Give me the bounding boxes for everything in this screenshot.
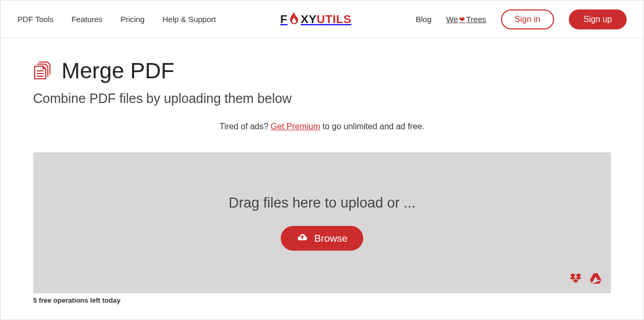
nav-pricing[interactable]: Pricing bbox=[120, 15, 145, 24]
operations-left-note: 5 free operations left today bbox=[33, 296, 611, 304]
signup-button[interactable]: Sign up bbox=[569, 9, 627, 29]
cloud-upload-icon bbox=[297, 232, 308, 244]
flame-icon bbox=[288, 12, 300, 26]
google-drive-icon[interactable] bbox=[590, 273, 601, 286]
page-title: Merge PDF bbox=[62, 58, 175, 84]
browse-label: Browse bbox=[314, 233, 347, 244]
logo-f: F bbox=[280, 13, 288, 26]
nav-pdf-tools[interactable]: PDF Tools bbox=[17, 15, 54, 24]
dropzone[interactable]: Drag files here to upload or ... Browse bbox=[33, 152, 611, 293]
merge-docs-icon bbox=[33, 60, 51, 81]
dropbox-icon[interactable] bbox=[570, 273, 581, 286]
nav-help-support[interactable]: Help & Support bbox=[162, 15, 216, 24]
get-premium-link[interactable]: Get Premium bbox=[271, 122, 320, 131]
signin-button[interactable]: Sign in bbox=[501, 9, 554, 29]
logo-wrap: F XY UTILS bbox=[216, 12, 416, 26]
nav-features[interactable]: Features bbox=[71, 15, 103, 24]
heart-icon: ❤ bbox=[459, 15, 465, 24]
cloud-source-icons bbox=[570, 273, 601, 286]
logo[interactable]: F XY UTILS bbox=[280, 12, 351, 26]
browse-button[interactable]: Browse bbox=[281, 226, 363, 251]
premium-suffix: to go unlimited and ad free. bbox=[320, 122, 424, 131]
nav-right: Blog We ❤ Trees Sign in Sign up bbox=[416, 9, 627, 29]
premium-prefix: Tired of ads? bbox=[220, 122, 271, 131]
nav-we-love-trees[interactable]: We ❤ Trees bbox=[446, 15, 486, 24]
dropzone-text: Drag files here to upload or ... bbox=[229, 195, 416, 211]
nav-blog[interactable]: Blog bbox=[416, 15, 432, 24]
logo-xy: XY bbox=[301, 13, 316, 26]
premium-line: Tired of ads? Get Premium to go unlimite… bbox=[33, 122, 611, 131]
title-row: Merge PDF bbox=[33, 58, 611, 84]
nav-left: PDF Tools Features Pricing Help & Suppor… bbox=[17, 15, 216, 24]
we-text: We bbox=[446, 15, 458, 24]
trees-text: Trees bbox=[466, 15, 486, 24]
main: Merge PDF Combine PDF files by uploading… bbox=[1, 38, 643, 304]
logo-utils: UTILS bbox=[316, 13, 351, 26]
page-subtitle: Combine PDF files by uploading them belo… bbox=[33, 91, 611, 106]
header: PDF Tools Features Pricing Help & Suppor… bbox=[1, 1, 643, 38]
